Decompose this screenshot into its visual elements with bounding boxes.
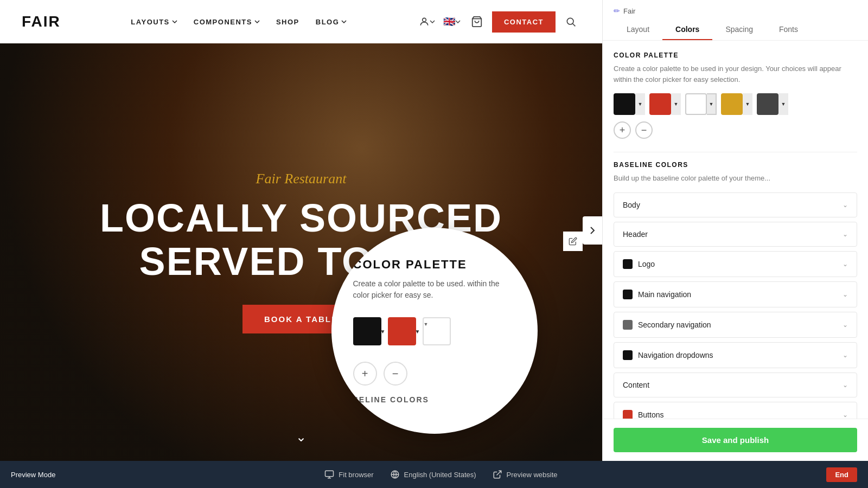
scroll-down-icon[interactable]: ⌄ (296, 429, 307, 445)
preview-website-button[interactable]: Preview website (493, 470, 558, 479)
swatches-row: ▼ ▼ ▼ ▼ ▼ (614, 93, 857, 115)
swatch-empty-box[interactable] (685, 93, 707, 115)
swatch-dark[interactable]: ▼ (757, 93, 788, 115)
site-logo: FAIR (22, 13, 61, 30)
zoom-swatch-empty[interactable]: ▼ (423, 317, 451, 345)
accordion-header[interactable]: Header ⌄ (614, 222, 857, 247)
swatch-black-color[interactable] (614, 93, 635, 115)
accordion-header-left: Header (623, 230, 648, 239)
tab-layout[interactable]: Layout (614, 20, 662, 40)
fit-browser-button[interactable]: Fit browser (324, 470, 373, 479)
swatch-red[interactable]: ▼ (649, 93, 681, 115)
buttons-color-dot (623, 410, 633, 419)
accordion-buttons-left: Buttons (623, 410, 663, 419)
bottom-bar-center: Fit browser English (United States) Prev… (324, 470, 557, 479)
swatch-black-dropdown[interactable]: ▼ (635, 93, 645, 115)
nav-shop[interactable]: SHOP (276, 18, 299, 26)
chevron-down-icon: ⌄ (843, 291, 848, 298)
pencil-icon: ✏ (614, 7, 620, 15)
website-preview: FAIR LAYOUTS COMPONENTS SHOP BLOG (0, 0, 602, 461)
accordion-main-nav-left: Main navigation (623, 290, 691, 299)
swatch-actions: + − (614, 121, 857, 139)
accordion-nav-dropdowns[interactable]: Navigation dropdowns ⌄ (614, 342, 857, 368)
chevron-down-icon: ⌄ (843, 230, 848, 238)
edit-icon[interactable] (563, 232, 583, 251)
tab-fonts[interactable]: Fonts (766, 20, 811, 40)
accordion-body[interactable]: Body ⌄ (614, 192, 857, 217)
accordion-buttons-header[interactable]: Buttons ⌄ (614, 402, 857, 419)
svg-rect-4 (326, 471, 334, 477)
accordion-nav-dropdowns-header[interactable]: Navigation dropdowns ⌄ (614, 343, 857, 368)
secondary-nav-color-dot (623, 320, 633, 330)
nav-components[interactable]: COMPONENTS (194, 18, 260, 26)
expand-panel-button[interactable] (583, 216, 602, 245)
flag-icon[interactable]: 🇬🇧 (442, 12, 462, 31)
contact-button[interactable]: CONTACT (492, 11, 556, 33)
accordion-body-header[interactable]: Body ⌄ (614, 193, 857, 217)
chevron-down-icon (254, 19, 260, 24)
accordion-logo-header[interactable]: Logo ⌄ (614, 252, 857, 277)
swatch-black[interactable]: ▼ (614, 93, 645, 115)
swatch-red-color[interactable] (649, 93, 671, 115)
svg-point-2 (567, 18, 573, 24)
swatch-yellow-dropdown[interactable]: ▼ (743, 93, 752, 115)
svg-line-3 (573, 24, 576, 27)
add-swatch-button[interactable]: + (614, 121, 631, 139)
accordion-content-header[interactable]: Content ⌄ (614, 373, 857, 397)
account-icon[interactable] (417, 12, 437, 31)
panel-brand: ✏ Fair (614, 7, 857, 15)
right-panel: ✏ Fair Layout Colors Spacing Fonts (602, 0, 868, 461)
zoom-remove-button[interactable]: − (384, 362, 407, 386)
accordion-buttons[interactable]: Buttons ⌄ (614, 402, 857, 419)
accordion-secondary-nav[interactable]: Secondary navigation ⌄ (614, 312, 857, 338)
chevron-down-icon (172, 19, 177, 24)
nav-blog[interactable]: BLOG (316, 18, 347, 26)
tab-spacing[interactable]: Spacing (712, 20, 766, 40)
bottom-bar-left: Preview Mode (11, 471, 55, 479)
save-btn-wrapper: Save and publish (603, 419, 868, 461)
preview-area: FAIR LAYOUTS COMPONENTS SHOP BLOG (0, 0, 602, 461)
accordion-buttons-label: Buttons (638, 410, 663, 419)
zoom-swatch-red[interactable]: ▼ (388, 317, 416, 345)
globe-icon (390, 470, 400, 479)
zoom-swatch-black[interactable]: ▼ (353, 317, 381, 345)
remove-swatch-button[interactable]: − (635, 121, 653, 139)
panel-content: COLOR PALETTE Create a color palette to … (603, 41, 868, 419)
swatch-yellow[interactable]: ▼ (721, 93, 752, 115)
swatch-empty1[interactable]: ▼ (685, 93, 717, 115)
accordion-content[interactable]: Content ⌄ (614, 373, 857, 397)
swatch-red-dropdown[interactable]: ▼ (671, 93, 681, 115)
end-button[interactable]: End (826, 467, 857, 482)
color-palette-title: COLOR PALETTE (614, 52, 857, 59)
nav-layouts[interactable]: LAYOUTS (131, 18, 177, 26)
zoom-add-button[interactable]: + (353, 362, 377, 386)
accordion-header-header[interactable]: Header ⌄ (614, 222, 857, 246)
accordion-main-nav-header[interactable]: Main navigation ⌄ (614, 282, 857, 307)
monitor-icon (324, 470, 334, 479)
zoom-swatches: ▼ ▼ ▼ (353, 317, 516, 345)
chevron-down-icon (341, 19, 347, 24)
cart-icon[interactable] (467, 12, 487, 31)
external-link-icon (493, 470, 502, 479)
bottom-bar-right: End (826, 467, 857, 482)
swatch-yellow-color[interactable] (721, 93, 743, 115)
accordion-nav-dropdowns-label: Navigation dropdowns (638, 351, 713, 359)
accordion-content-left: Content (623, 381, 649, 389)
swatch-dark-dropdown[interactable]: ▼ (778, 93, 788, 115)
swatch-dark-color[interactable] (757, 93, 778, 115)
save-publish-button[interactable]: Save and publish (614, 428, 857, 452)
accordion-secondary-nav-left: Secondary navigation (623, 320, 711, 330)
panel-header: ✏ Fair Layout Colors Spacing Fonts (603, 0, 868, 41)
accordion-secondary-nav-header[interactable]: Secondary navigation ⌄ (614, 312, 857, 337)
language-button[interactable]: English (United States) (390, 470, 476, 479)
site-nav-links: LAYOUTS COMPONENTS SHOP BLOG (131, 18, 347, 26)
bottom-bar: Preview Mode Fit browser English (United… (0, 461, 868, 488)
tab-colors[interactable]: Colors (662, 20, 712, 40)
search-icon[interactable] (561, 12, 580, 31)
site-nav-icons: 🇬🇧 CONTACT (417, 11, 580, 33)
svg-line-9 (496, 471, 501, 475)
accordion-main-nav[interactable]: Main navigation ⌄ (614, 281, 857, 307)
chevron-down-icon: ⌄ (843, 260, 848, 268)
accordion-logo[interactable]: Logo ⌄ (614, 251, 857, 277)
swatch-empty-dropdown[interactable]: ▼ (707, 93, 717, 115)
